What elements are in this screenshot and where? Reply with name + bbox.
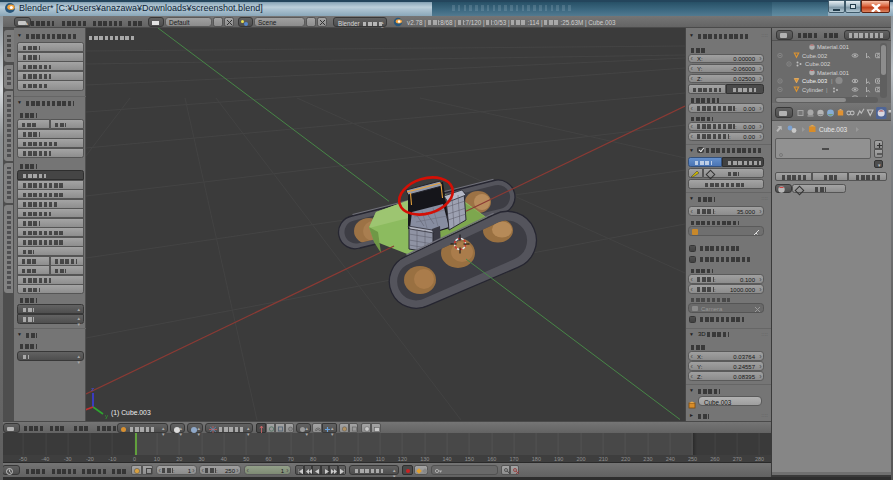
svg-text:Cube.003: Cube.003 (819, 126, 848, 133)
svg-text:y: y (105, 413, 108, 419)
svg-text:Cube.002: Cube.002 (805, 61, 830, 67)
svg-text:Cylinder: Cylinder (802, 87, 823, 93)
svg-text:Material.001: Material.001 (817, 70, 849, 76)
svg-text:Cube.002: Cube.002 (802, 53, 827, 59)
svg-text:Material.001: Material.001 (817, 44, 849, 50)
svg-text:|: | (826, 87, 828, 93)
svg-text:Cube.003: Cube.003 (802, 78, 827, 84)
svg-text:|: | (831, 78, 833, 84)
svg-text:z: z (91, 386, 94, 392)
